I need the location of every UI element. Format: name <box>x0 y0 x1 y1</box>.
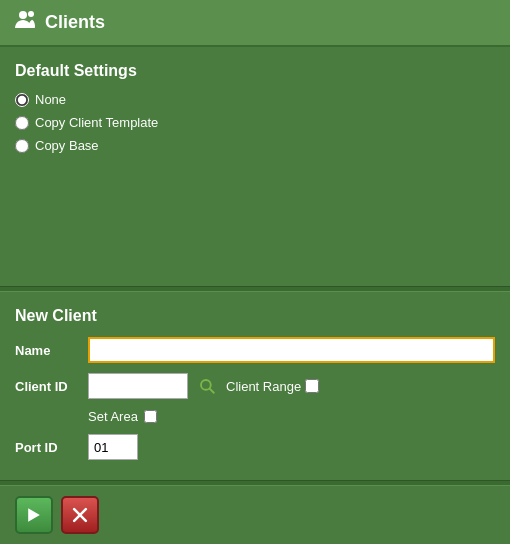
client-range-checkbox-item: Client Range <box>226 379 319 394</box>
name-input[interactable] <box>88 337 495 363</box>
confirm-button[interactable] <box>15 496 53 534</box>
radio-copy-client-template-label: Copy Client Template <box>35 115 158 130</box>
clients-icon <box>15 10 37 35</box>
search-icon[interactable] <box>196 375 218 397</box>
set-area-row: Set Area <box>15 409 495 424</box>
cancel-button[interactable] <box>61 496 99 534</box>
new-client-section: New Client Name Client ID Client Range S <box>0 292 510 480</box>
port-id-row: Port ID <box>15 434 495 460</box>
main-container: Clients Default Settings None Copy Clien… <box>0 0 510 544</box>
default-settings-title: Default Settings <box>15 62 495 80</box>
header: Clients <box>0 0 510 47</box>
client-id-input[interactable] <box>88 373 188 399</box>
radio-none-label: None <box>35 92 66 107</box>
radio-none-input[interactable] <box>15 93 29 107</box>
name-label: Name <box>15 343 80 358</box>
radio-copy-client-template-input[interactable] <box>15 116 29 130</box>
radio-group: None Copy Client Template Copy Base <box>15 92 495 153</box>
footer <box>0 486 510 544</box>
name-row: Name <box>15 337 495 363</box>
port-id-label: Port ID <box>15 440 80 455</box>
radio-copy-base-label: Copy Base <box>35 138 99 153</box>
radio-none[interactable]: None <box>15 92 495 107</box>
svg-marker-4 <box>28 508 40 521</box>
new-client-title: New Client <box>15 307 495 325</box>
client-range-checkbox[interactable] <box>305 379 319 393</box>
set-area-checkbox[interactable] <box>144 410 157 423</box>
client-id-label: Client ID <box>15 379 80 394</box>
header-title: Clients <box>45 12 105 33</box>
set-area-label: Set Area <box>88 409 138 424</box>
radio-copy-client-template[interactable]: Copy Client Template <box>15 115 495 130</box>
radio-copy-base[interactable]: Copy Base <box>15 138 495 153</box>
svg-line-3 <box>210 389 214 393</box>
radio-copy-base-input[interactable] <box>15 139 29 153</box>
client-range-label: Client Range <box>226 379 301 394</box>
svg-point-0 <box>19 11 27 19</box>
svg-point-1 <box>28 11 34 17</box>
port-id-input[interactable] <box>88 434 138 460</box>
client-id-row: Client ID Client Range <box>15 373 495 399</box>
default-settings-section: Default Settings None Copy Client Templa… <box>0 47 510 286</box>
